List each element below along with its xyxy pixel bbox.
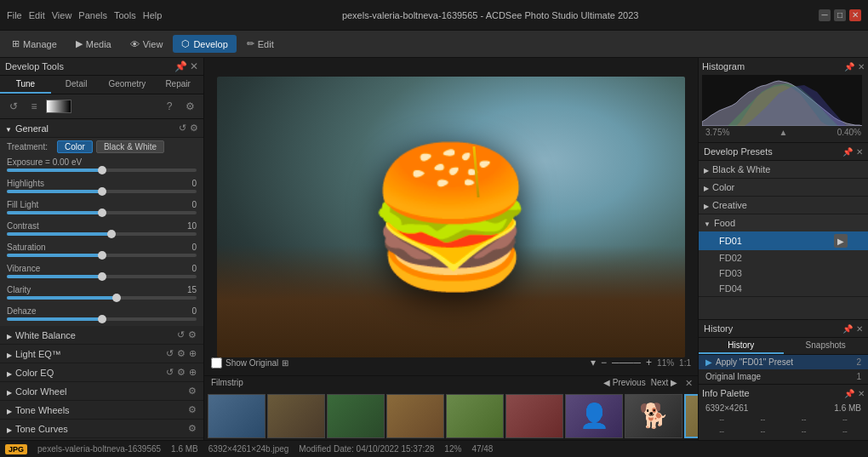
- presets-btns: 📌 ✕: [842, 147, 863, 157]
- panel-pin-icon[interactable]: 📌: [174, 60, 187, 72]
- settings-icon[interactable]: ⚙: [181, 98, 198, 115]
- white-balance-header[interactable]: White Balance ↺ ⚙: [0, 326, 203, 344]
- tab-detail[interactable]: Detail: [51, 76, 102, 94]
- next-button[interactable]: Next ▶: [651, 378, 677, 387]
- tab-geometry[interactable]: Geometry: [102, 76, 153, 94]
- tone-curves-settings-icon[interactable]: ⚙: [188, 423, 197, 434]
- color-wheel-settings-icon[interactable]: ⚙: [188, 386, 197, 397]
- filllight-track[interactable]: [7, 211, 197, 214]
- thumb-8[interactable]: 🐕: [625, 394, 682, 438]
- tone-wheels-header[interactable]: Tone Wheels ⚙: [0, 401, 203, 419]
- history-item-1[interactable]: ▶ Apply "FD01" Preset 2: [699, 355, 868, 369]
- menu-view[interactable]: View: [52, 10, 72, 20]
- show-original-checkbox[interactable]: [211, 357, 222, 368]
- zoom-out-btn[interactable]: −: [601, 357, 607, 368]
- dehaze-track[interactable]: [7, 317, 197, 321]
- panel-close-icon[interactable]: ✕: [190, 60, 198, 72]
- info-close-icon[interactable]: ✕: [858, 389, 865, 398]
- clarity-track[interactable]: [7, 296, 197, 300]
- nav-media[interactable]: ▶ Media: [67, 35, 120, 53]
- panel-header-btns[interactable]: 📌 ✕: [174, 60, 198, 72]
- minimize-button[interactable]: ─: [819, 9, 831, 21]
- menu-panels[interactable]: Panels: [78, 10, 107, 20]
- tab-snapshots[interactable]: Snapshots: [784, 338, 869, 354]
- preset-color-header[interactable]: Color: [699, 179, 868, 196]
- presets-close-icon[interactable]: ✕: [856, 147, 863, 157]
- preset-food-header[interactable]: Food: [699, 214, 868, 231]
- window-controls[interactable]: ─ □ ✕: [819, 9, 861, 21]
- filmstrip-close-btn[interactable]: ✕: [685, 378, 693, 389]
- light-eq-settings-icon[interactable]: ⚙: [177, 348, 186, 359]
- menu-help[interactable]: Help: [143, 10, 163, 20]
- image-viewer[interactable]: 🍔 Show Original ⊞ ▾ − ──── + 11% 1:1: [204, 58, 698, 375]
- preset-fd03[interactable]: FD03: [699, 266, 868, 281]
- color-eq-reset-icon[interactable]: ↺: [166, 367, 174, 378]
- original-view-icon[interactable]: ⊞: [282, 358, 288, 368]
- history-pin-icon[interactable]: 📌: [842, 324, 853, 334]
- light-eq-header[interactable]: Light EQ™ ↺ ⚙ ⊕: [0, 345, 203, 363]
- nav-edit[interactable]: ✏ Edit: [238, 35, 283, 53]
- maximize-button[interactable]: □: [834, 9, 846, 21]
- color-eq-extra-icon[interactable]: ⊕: [189, 367, 197, 378]
- zoom-slider-track[interactable]: ────: [612, 357, 641, 368]
- tab-repair[interactable]: Repair: [152, 76, 203, 94]
- thumb-4[interactable]: [386, 394, 444, 438]
- tone-curves-header[interactable]: Tone Curves ⚙: [0, 420, 203, 437]
- light-eq-extra-icon[interactable]: ⊕: [189, 348, 197, 359]
- thumb-9[interactable]: 🍔: [684, 394, 698, 438]
- thumb-3[interactable]: [327, 394, 385, 438]
- thumb-5[interactable]: [446, 394, 504, 438]
- preset-creative-header[interactable]: Creative: [699, 197, 868, 214]
- general-reset-icon[interactable]: ↺: [179, 123, 186, 134]
- color-wheel-header[interactable]: Color Wheel ⚙: [0, 382, 203, 400]
- thumb-6[interactable]: [505, 394, 563, 438]
- menu-bar[interactable]: File Edit View Panels Tools Help: [7, 10, 162, 20]
- rotate-left-icon[interactable]: ↺: [5, 98, 22, 115]
- color-eq-settings-icon[interactable]: ⚙: [177, 367, 186, 378]
- general-settings-icon[interactable]: ⚙: [190, 123, 198, 134]
- general-section-header[interactable]: General ↺ ⚙: [0, 119, 203, 138]
- preset-fd01[interactable]: FD01 ▶: [699, 231, 868, 250]
- help-icon[interactable]: ?: [161, 98, 178, 115]
- bw-treatment-btn[interactable]: Black & White: [96, 140, 164, 153]
- tab-tune[interactable]: Tune: [0, 76, 51, 94]
- color-eq-header[interactable]: Color EQ ↺ ⚙ ⊕: [0, 363, 203, 381]
- white-balance-settings-icon[interactable]: ⚙: [188, 329, 197, 340]
- saturation-track[interactable]: [7, 254, 197, 257]
- dropdown-icon[interactable]: ▾: [591, 357, 596, 368]
- close-button[interactable]: ✕: [849, 9, 861, 21]
- presets-pin-icon[interactable]: 📌: [842, 147, 853, 157]
- nav-manage[interactable]: ⊞ Manage: [3, 35, 66, 53]
- thumb-2[interactable]: [267, 394, 325, 438]
- fd01-apply-btn[interactable]: ▶: [834, 234, 848, 248]
- zoom-in-btn[interactable]: +: [646, 357, 652, 368]
- general-collapse-icon: [5, 123, 12, 134]
- preset-cat-bw: Black & White: [699, 161, 868, 179]
- menu-file[interactable]: File: [7, 10, 22, 20]
- histogram-pin-icon[interactable]: 📌: [844, 62, 854, 71]
- info-pin-icon[interactable]: 📌: [844, 389, 854, 398]
- vibrance-track[interactable]: [7, 275, 197, 278]
- tone-wheels-settings-icon[interactable]: ⚙: [188, 404, 197, 415]
- white-balance-reset-icon[interactable]: ↺: [177, 329, 185, 340]
- nav-view[interactable]: 👁 View: [122, 36, 172, 53]
- thumb-7[interactable]: 👤: [565, 394, 623, 438]
- slider-icon[interactable]: ≡: [26, 98, 43, 115]
- menu-tools[interactable]: Tools: [114, 10, 136, 20]
- highlights-track[interactable]: [7, 190, 197, 193]
- color-treatment-btn[interactable]: Color: [57, 140, 93, 153]
- contrast-track[interactable]: [7, 232, 197, 236]
- tab-history[interactable]: History: [699, 338, 784, 354]
- menu-edit[interactable]: Edit: [29, 10, 45, 20]
- prev-button[interactable]: ◀ Previous: [603, 378, 646, 387]
- preset-fd02[interactable]: FD02: [699, 250, 868, 266]
- histogram-close-icon[interactable]: ✕: [858, 62, 865, 71]
- history-close-icon[interactable]: ✕: [856, 324, 863, 334]
- history-item-original[interactable]: Original Image 1: [699, 369, 868, 384]
- exposure-track[interactable]: [7, 169, 197, 172]
- light-eq-reset-icon[interactable]: ↺: [166, 348, 174, 359]
- preset-bw-header[interactable]: Black & White: [699, 161, 868, 178]
- thumb-1[interactable]: [208, 394, 266, 438]
- nav-develop[interactable]: ⬡ Develop: [173, 35, 236, 53]
- preset-fd04[interactable]: FD04: [699, 281, 868, 296]
